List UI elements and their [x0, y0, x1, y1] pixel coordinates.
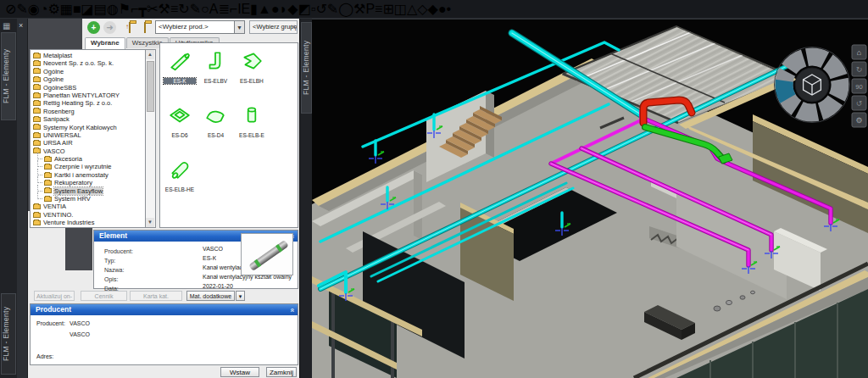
toolbar-icon[interactable]: ✎ — [16, 1, 27, 17]
toolbar-icon[interactable]: ⚑ — [119, 1, 131, 17]
tree-item[interactable]: Rekuperatory — [32, 179, 145, 186]
navigation-wheel[interactable] — [774, 47, 850, 123]
toolbar-icon[interactable]: ◍ — [107, 1, 119, 17]
tree-item[interactable]: System HRV — [32, 195, 145, 203]
toolbar-icon[interactable]: ◯ — [338, 1, 353, 17]
product-thumbnail[interactable]: ES-D4 — [199, 103, 231, 155]
tree-item[interactable]: Kartki i anemostaty — [32, 171, 145, 179]
element-action-button[interactable]: Cennik — [81, 291, 127, 301]
tree-item[interactable]: Neovent Sp. z o.o. Sp. k. — [32, 59, 145, 67]
product-thumbnail[interactable]: ES-D6 — [164, 103, 196, 155]
tree-item[interactable]: OgólneSBS — [32, 84, 145, 92]
tree-item[interactable]: System Easyflow — [32, 187, 145, 195]
toolbar-icon[interactable]: ◇ — [417, 1, 427, 17]
toolbar-icon[interactable]: ◉ — [28, 1, 40, 17]
toolbar-icon[interactable]: ≡ — [170, 2, 178, 17]
toolbar-icon[interactable]: ↻ — [178, 1, 189, 17]
toolbar-icon[interactable]: P — [365, 2, 375, 17]
tree-item[interactable]: VASCO — [32, 147, 145, 155]
3d-viewport[interactable]: ⌂ ↻ 90 ↺ ⚙ — [312, 19, 868, 378]
group-dropdown[interactable]: <Wybierz grupę> ˅ — [249, 20, 298, 34]
tree-item[interactable]: Czerpnie i wyrzutnie — [32, 163, 145, 170]
tree-item[interactable]: Ogólne — [32, 75, 145, 83]
close-icon[interactable]: × — [19, 21, 23, 30]
tree-item[interactable]: URSA AIR — [32, 139, 145, 147]
close-button[interactable]: Zamknij — [266, 367, 297, 377]
toolbar-icon[interactable]: ◆ — [428, 1, 438, 17]
product-thumbnail[interactable]: ES-ELB-HE — [164, 157, 196, 209]
tree-item[interactable]: Sanipack — [32, 115, 145, 123]
toolbar-icon[interactable]: ◪ — [81, 1, 94, 17]
toolbar-icon[interactable]: ✂ — [147, 1, 158, 17]
toolbar-icon[interactable]: ⊘ — [5, 1, 16, 17]
tree-item[interactable] — [32, 227, 145, 228]
dock-tab-flm-elementy-right[interactable]: FLM - Elementy — [301, 22, 312, 114]
toolbar-icon[interactable]: ◩ — [298, 1, 311, 17]
tree-item[interactable]: VENTINO. — [32, 211, 145, 219]
add-button[interactable]: + — [87, 21, 100, 34]
toolbar-icon[interactable]: ▲ — [258, 2, 271, 17]
element-action-button[interactable]: Karta kat. — [130, 291, 182, 301]
product-thumbnail[interactable]: ES-ELB-E — [236, 103, 268, 155]
toolbar-icon[interactable]: A — [209, 2, 219, 17]
toolbar-icon[interactable]: ⚒ — [353, 1, 365, 17]
product-thumbnail[interactable]: ES-K — [164, 48, 196, 101]
scroll-down-icon[interactable]: ▼ — [146, 218, 154, 227]
toolbar-icon[interactable]: △ — [407, 1, 417, 17]
element-action-button[interactable]: Mat. dodatkowe — [186, 291, 235, 301]
dock-tab-flm-elementy-bottom[interactable]: FLM - Elementy — [1, 293, 16, 375]
product-thumbnail[interactable]: ES-ELBV — [199, 48, 231, 101]
tree-item[interactable]: Ogólne — [32, 68, 145, 75]
panel-tab[interactable]: Wybrane — [85, 37, 125, 49]
toolbar-icon[interactable]: ▤ — [94, 1, 107, 17]
folder-open-icon[interactable] — [138, 21, 151, 34]
scroll-up-icon[interactable]: ▲ — [146, 50, 154, 59]
tree-item[interactable]: Rettig Heating Sp. z o.o. — [32, 99, 145, 107]
toolbar-icon[interactable]: ✎ — [327, 1, 338, 17]
toolbar-icon[interactable]: ↺ — [315, 1, 326, 17]
producer-section-header[interactable]: Producent « — [31, 304, 298, 315]
toolbar-icon[interactable]: ┳ — [139, 1, 147, 17]
tree-item[interactable]: Rosenberg — [32, 108, 145, 115]
toolbar-icon[interactable]: ◔ — [40, 2, 48, 17]
toolbar-icon[interactable]: ● — [438, 2, 447, 17]
toolbar-icon[interactable]: ▮ — [250, 1, 258, 17]
collapse-icon[interactable]: « — [287, 308, 296, 312]
product-thumbnail[interactable]: ES-ELBH — [236, 48, 268, 101]
toolbar-icon[interactable]: ⚒ — [159, 1, 170, 17]
toolbar-icon[interactable]: ✎ — [190, 1, 201, 17]
tree-item[interactable]: Metalplast — [32, 52, 145, 59]
tree-item[interactable]: Venture Industries — [32, 219, 145, 226]
dock-tab-flm-elementy-top[interactable]: FLM - Elementy — [1, 32, 16, 120]
toolbar-icon[interactable]: ● — [271, 2, 280, 17]
toolbar-icon[interactable]: ≣ — [218, 1, 229, 17]
pin-icon[interactable] — [19, 34, 26, 44]
tree-item[interactable]: Planetfan WENTYLATORY — [32, 92, 145, 99]
toolbar-icon[interactable]: ≡ — [375, 2, 382, 17]
tree-scrollbar[interactable]: ▲ ▼ — [146, 49, 156, 228]
toolbar-icon[interactable]: ▦ — [60, 1, 73, 17]
forward-button[interactable]: ➜ — [103, 21, 116, 34]
producer-dropdown-arrow[interactable]: ▼ — [234, 20, 245, 34]
toolbar-icon[interactable]: ⌐ — [230, 2, 237, 17]
toolbar-icon[interactable]: ⚙ — [47, 1, 59, 17]
insert-button[interactable]: Wstaw — [220, 367, 259, 377]
element-action-button[interactable]: Aktualizuj on-line — [34, 291, 75, 301]
scrollbar-thumb[interactable] — [147, 61, 154, 112]
tree-item[interactable]: Akcesoria — [32, 155, 145, 163]
folder-up-icon[interactable]: ↑ — [123, 21, 136, 34]
more-materials-drop-icon[interactable]: ▾ — [236, 291, 245, 301]
toolbar-icon[interactable]: ○ — [201, 2, 209, 17]
model-canvas[interactable]: ⌂ ↻ 90 ↺ ⚙ — [312, 19, 868, 378]
producer-dropdown[interactable]: <Wybierz prod.> — [155, 20, 235, 34]
toolbar-icon[interactable]: ■ — [73, 2, 81, 17]
toolbar-icon[interactable]: ◆ — [287, 1, 298, 17]
toolbar-icon[interactable]: E — [242, 2, 251, 17]
tree-item[interactable]: VENTIA — [32, 203, 145, 210]
toolbar-icon[interactable]: ⌐ — [131, 2, 138, 17]
toolbar-icon[interactable]: ⊞ — [382, 1, 393, 17]
toolbar-icon[interactable]: ◫ — [394, 1, 407, 17]
tree-item[interactable]: Systemy Koryt Kablowych — [32, 124, 145, 131]
toolbar-icon[interactable]: ◗ — [280, 2, 288, 17]
toolbar-icon[interactable]: • — [447, 2, 452, 17]
